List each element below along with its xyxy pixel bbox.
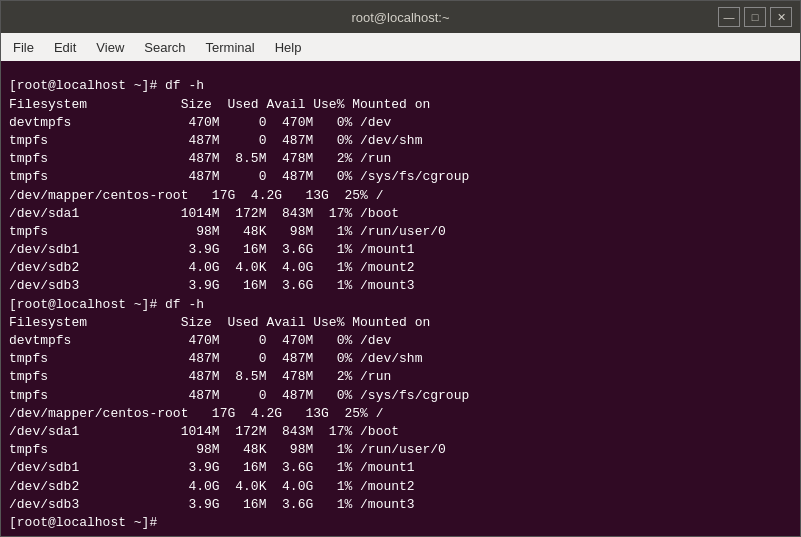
minimize-button[interactable]: — <box>718 7 740 27</box>
terminal-line: /dev/sdb2 4.0G 4.0K 4.0G 1% /mount2 <box>9 259 792 277</box>
terminal-line: /dev/mapper/centos-root 17G 4.2G 13G 25%… <box>9 405 792 423</box>
menu-item-help[interactable]: Help <box>267 38 310 57</box>
menu-bar: FileEditViewSearchTerminalHelp <box>1 33 800 61</box>
terminal-line: tmpfs 487M 0 487M 0% /dev/shm <box>9 350 792 368</box>
terminal-line: [root@localhost ~]# df -h <box>9 77 792 95</box>
terminal-line: /dev/sdb3 3.9G 16M 3.6G 1% /mount3 <box>9 496 792 514</box>
terminal-line: tmpfs 98M 48K 98M 1% /run/user/0 <box>9 441 792 459</box>
terminal-line: /dev/sdb1 3.9G 16M 3.6G 1% /mount1 <box>9 459 792 477</box>
window-controls: — □ ✕ <box>718 7 792 27</box>
terminal-line: tmpfs 487M 0 487M 0% /dev/shm <box>9 132 792 150</box>
terminal-line: [root@localhost ~]# <box>9 514 792 532</box>
terminal-window: root@localhost:~ — □ ✕ FileEditViewSearc… <box>0 0 801 537</box>
menu-item-view[interactable]: View <box>88 38 132 57</box>
terminal-wrapper: [root@localhost ~]# df -hFilesystem Size… <box>1 61 800 536</box>
terminal-body[interactable]: [root@localhost ~]# df -hFilesystem Size… <box>1 61 800 536</box>
menu-item-search[interactable]: Search <box>136 38 193 57</box>
menu-item-file[interactable]: File <box>5 38 42 57</box>
terminal-line: /dev/mapper/centos-root 17G 4.2G 13G 25%… <box>9 187 792 205</box>
terminal-line: tmpfs 487M 0 487M 0% /sys/fs/cgroup <box>9 168 792 186</box>
window-title: root@localhost:~ <box>351 10 449 25</box>
maximize-button[interactable]: □ <box>744 7 766 27</box>
terminal-line: Filesystem Size Used Avail Use% Mounted … <box>9 96 792 114</box>
terminal-line: tmpfs 487M 0 487M 0% /sys/fs/cgroup <box>9 387 792 405</box>
terminal-line: tmpfs 98M 48K 98M 1% /run/user/0 <box>9 223 792 241</box>
terminal-line: tmpfs 487M 8.5M 478M 2% /run <box>9 150 792 168</box>
terminal-line: devtmpfs 470M 0 470M 0% /dev <box>9 114 792 132</box>
terminal-line: tmpfs 487M 8.5M 478M 2% /run <box>9 368 792 386</box>
terminal-line: [root@localhost ~]# df -h <box>9 296 792 314</box>
terminal-line: /dev/sdb2 4.0G 4.0K 4.0G 1% /mount2 <box>9 478 792 496</box>
menu-item-terminal[interactable]: Terminal <box>198 38 263 57</box>
terminal-line: Filesystem Size Used Avail Use% Mounted … <box>9 314 792 332</box>
terminal-scroll[interactable]: [root@localhost ~]# df -hFilesystem Size… <box>1 61 800 536</box>
menu-item-edit[interactable]: Edit <box>46 38 84 57</box>
terminal-line: /dev/sdb1 3.9G 16M 3.6G 1% /mount1 <box>9 241 792 259</box>
terminal-line: /dev/sda1 1014M 172M 843M 17% /boot <box>9 205 792 223</box>
title-bar: root@localhost:~ — □ ✕ <box>1 1 800 33</box>
terminal-line: /dev/sdb3 3.9G 16M 3.6G 1% /mount3 <box>9 277 792 295</box>
terminal-line: /dev/sda1 1014M 172M 843M 17% /boot <box>9 423 792 441</box>
close-button[interactable]: ✕ <box>770 7 792 27</box>
terminal-line: devtmpfs 470M 0 470M 0% /dev <box>9 332 792 350</box>
